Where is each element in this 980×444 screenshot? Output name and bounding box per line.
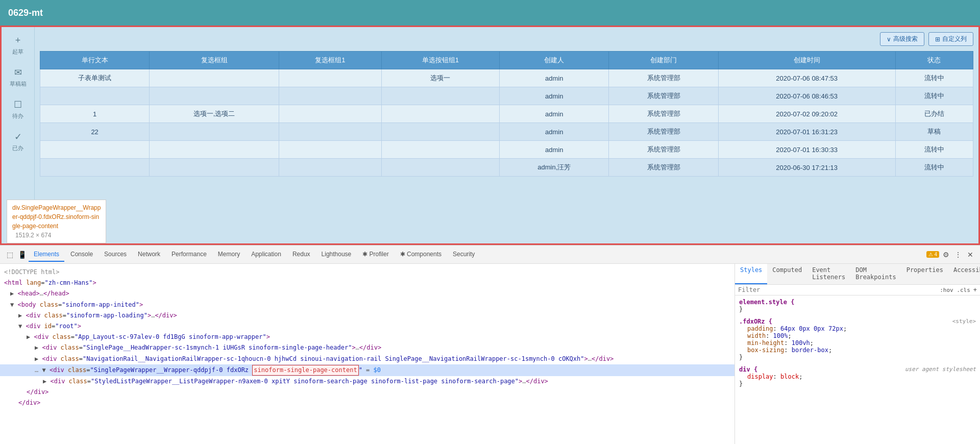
grid-icon: ⊞ bbox=[935, 36, 940, 43]
toolbar: ∨ 高级搜索 ⊞ 自定义列 bbox=[40, 32, 973, 46]
more-options-icon[interactable]: ⋮ bbox=[952, 249, 964, 260]
tab-application[interactable]: Application bbox=[246, 248, 286, 262]
tab-dom-breakpoints[interactable]: DOM Breakpoints bbox=[850, 264, 901, 284]
table-cell: 2020-07-01 16:31:23 bbox=[718, 123, 895, 141]
table-cell: 系统管理部 bbox=[609, 87, 718, 105]
table-cell: admin bbox=[500, 141, 609, 159]
sidebar-item-done[interactable]: ✓ 已办 bbox=[9, 128, 27, 155]
tab-memory[interactable]: Memory bbox=[213, 248, 245, 262]
table-header-cell: 复选框组 bbox=[150, 52, 279, 69]
tab-redux[interactable]: Redux bbox=[287, 248, 315, 262]
title-bar: 0629-mt bbox=[0, 0, 980, 26]
table-cell: 系统管理部 bbox=[609, 105, 718, 123]
html-line: ▶ <div class="sinoform-app-loading">…</d… bbox=[0, 310, 734, 321]
table-header-cell: 状态 bbox=[895, 52, 973, 69]
tab-computed[interactable]: Computed bbox=[767, 264, 807, 284]
styles-filter-input[interactable] bbox=[738, 286, 937, 293]
table-cell: 2020-07-01 16:30:33 bbox=[718, 141, 895, 159]
styles-tabs: Styles Computed Event Listeners DOM Brea… bbox=[735, 264, 980, 285]
tab-elements[interactable]: Elements bbox=[29, 248, 64, 262]
table-cell bbox=[150, 141, 279, 159]
table-cell: 草稿 bbox=[895, 123, 973, 141]
sidebar-item-new[interactable]: + 起草 bbox=[9, 32, 27, 59]
table-cell: 选项一 bbox=[381, 69, 499, 87]
table-cell bbox=[381, 105, 499, 123]
table-cell: 已办结 bbox=[895, 105, 973, 123]
table-cell: 流转中 bbox=[895, 159, 973, 177]
table-cell: 2020-07-06 08:46:53 bbox=[718, 87, 895, 105]
table-cell: 流转中 bbox=[895, 69, 973, 87]
mail-icon: ✉ bbox=[14, 67, 22, 78]
table-cell: 流转中 bbox=[895, 87, 973, 105]
tab-properties[interactable]: Properties bbox=[901, 264, 948, 284]
custom-col-button[interactable]: ⊞ 自定义列 bbox=[928, 32, 973, 46]
table-cell bbox=[40, 141, 150, 159]
inbox-icon: ☐ bbox=[14, 99, 22, 110]
tab-components[interactable]: ✱ Components bbox=[395, 248, 447, 262]
style-rule-element: element.style { } bbox=[739, 299, 976, 313]
adv-search-button[interactable]: ∨ 高级搜索 bbox=[880, 32, 924, 46]
html-line: ▶ <head>…</head> bbox=[0, 288, 734, 299]
sidebar-item-label-draft: 草稿箱 bbox=[10, 80, 27, 88]
tab-sources[interactable]: Sources bbox=[99, 248, 132, 262]
table-area: ∨ 高级搜索 ⊞ 自定义列 单行文本复选框组复选框组1单选按钮组1创建人创建部门… bbox=[35, 27, 978, 243]
table-header-cell: 单选按钮组1 bbox=[381, 52, 499, 69]
data-table: 单行文本复选框组复选框组1单选按钮组1创建人创建部门创建时间状态 子表单测试选项… bbox=[40, 51, 973, 177]
tab-lighthouse[interactable]: Lighthouse bbox=[316, 248, 357, 262]
html-line: </div> bbox=[0, 398, 734, 408]
sidebar-item-label-new: 起草 bbox=[12, 48, 23, 56]
device-icon[interactable]: 📱 bbox=[16, 249, 28, 260]
table-header-cell: 创建部门 bbox=[609, 52, 718, 69]
table-cell bbox=[381, 141, 499, 159]
table-cell: admin bbox=[500, 123, 609, 141]
check-icon: ✓ bbox=[14, 131, 22, 142]
inspect-icon[interactable]: ⬚ bbox=[4, 249, 15, 260]
close-icon[interactable]: ✕ bbox=[965, 249, 976, 260]
table-row[interactable]: admin,汪芳系统管理部2020-06-30 17:21:13流转中 bbox=[40, 159, 973, 177]
table-cell bbox=[279, 123, 382, 141]
add-style-button[interactable]: + bbox=[973, 286, 977, 293]
html-panel: <!DOCTYPE html> <html lang="zh-cmn-Hans"… bbox=[0, 264, 735, 444]
tab-security[interactable]: Security bbox=[448, 248, 480, 262]
html-line: <!DOCTYPE html> bbox=[0, 267, 734, 278]
table-cell: 2020-07-02 09:20:02 bbox=[718, 105, 895, 123]
chevron-down-icon: ∨ bbox=[887, 36, 891, 43]
table-cell bbox=[381, 123, 499, 141]
html-line: ▼ <body class="sinoform-app-inited"> bbox=[0, 300, 734, 310]
app-title: 0629-mt bbox=[8, 8, 43, 18]
table-cell bbox=[279, 141, 382, 159]
table-header-cell: 单行文本 bbox=[40, 52, 150, 69]
table-cell bbox=[40, 159, 150, 177]
settings-icon[interactable]: ⚙ bbox=[940, 249, 951, 260]
html-line: ▼ <div id="root"> bbox=[0, 321, 734, 332]
tab-event-listeners[interactable]: Event Listeners bbox=[807, 264, 850, 284]
app-area: + 起草 ✉ 草稿箱 ☐ 待办 ✓ 已办 ∨ 高级搜索 ⊞ 自定义列 bbox=[0, 26, 980, 245]
table-cell: admin bbox=[500, 87, 609, 105]
styles-content: element.style { } .fdxORz { <style> padd… bbox=[735, 295, 980, 444]
hov-cls-label[interactable]: :hov .cls bbox=[940, 287, 970, 293]
table-row[interactable]: 1选项一,选项二admin系统管理部2020-07-02 09:20:02已办结 bbox=[40, 105, 973, 123]
sidebar-item-draft[interactable]: ✉ 草稿箱 bbox=[7, 64, 30, 91]
element-tooltip: div.SinglePageWrapper__Wrapp er-qddpjf-0… bbox=[7, 200, 106, 243]
devtools-panel: ⬚ 📱 Elements Console Sources Network Per… bbox=[0, 245, 980, 444]
table-cell: 流转中 bbox=[895, 141, 973, 159]
table-cell: admin,汪芳 bbox=[500, 159, 609, 177]
table-cell: 系统管理部 bbox=[609, 159, 718, 177]
sidebar-item-label-pending: 待办 bbox=[12, 112, 23, 120]
table-row[interactable]: admin系统管理部2020-07-06 08:46:53流转中 bbox=[40, 87, 973, 105]
table-cell bbox=[279, 69, 382, 87]
table-cell bbox=[150, 87, 279, 105]
tab-accessibility[interactable]: Accessibility bbox=[948, 264, 980, 284]
tab-profiler[interactable]: ✱ Profiler bbox=[357, 248, 394, 262]
sidebar-item-pending[interactable]: ☐ 待办 bbox=[9, 96, 27, 123]
tab-network[interactable]: Network bbox=[133, 248, 165, 262]
table-row[interactable]: admin系统管理部2020-07-01 16:30:33流转中 bbox=[40, 141, 973, 159]
tab-performance[interactable]: Performance bbox=[166, 248, 212, 262]
table-row[interactable]: 子表单测试选项一admin系统管理部2020-07-06 08:47:53流转中 bbox=[40, 69, 973, 87]
table-header-cell: 复选框组1 bbox=[279, 52, 382, 69]
tab-console[interactable]: Console bbox=[65, 248, 98, 262]
tab-styles[interactable]: Styles bbox=[735, 264, 767, 284]
table-cell: 系统管理部 bbox=[609, 69, 718, 87]
table-cell: 选项一,选项二 bbox=[150, 105, 279, 123]
table-row[interactable]: 22admin系统管理部2020-07-01 16:31:23草稿 bbox=[40, 123, 973, 141]
